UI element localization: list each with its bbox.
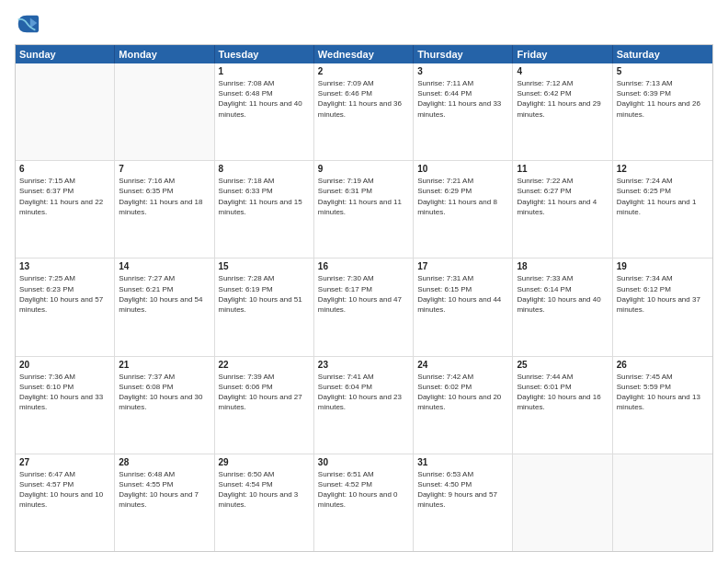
- day-cell-5: 5Sunrise: 7:13 AM Sunset: 6:39 PM Daylig…: [613, 63, 712, 160]
- day-cell-7: 7Sunrise: 7:16 AM Sunset: 6:35 PM Daylig…: [115, 161, 214, 258]
- day-number: 11: [517, 164, 608, 174]
- day-info: Sunrise: 7:30 AM Sunset: 6:17 PM Dayligh…: [318, 273, 409, 315]
- day-info: Sunrise: 7:41 AM Sunset: 6:04 PM Dayligh…: [318, 372, 409, 413]
- day-cell-empty: [513, 454, 612, 551]
- day-info: Sunrise: 7:24 AM Sunset: 6:25 PM Dayligh…: [617, 176, 709, 217]
- day-info: Sunrise: 7:11 AM Sunset: 6:44 PM Dayligh…: [417, 78, 508, 120]
- day-info: Sunrise: 7:36 AM Sunset: 6:10 PM Dayligh…: [19, 372, 110, 413]
- day-info: Sunrise: 7:33 AM Sunset: 6:14 PM Dayligh…: [517, 273, 608, 315]
- day-info: Sunrise: 6:50 AM Sunset: 4:54 PM Dayligh…: [219, 469, 310, 511]
- day-cell-empty: [613, 454, 712, 551]
- day-cell-6: 6Sunrise: 7:15 AM Sunset: 6:37 PM Daylig…: [16, 161, 115, 258]
- day-cell-11: 11Sunrise: 7:22 AM Sunset: 6:27 PM Dayli…: [513, 161, 612, 258]
- day-number: 2: [318, 66, 409, 76]
- day-info: Sunrise: 7:39 AM Sunset: 6:06 PM Dayligh…: [219, 372, 310, 413]
- day-number: 21: [119, 360, 210, 370]
- day-info: Sunrise: 7:21 AM Sunset: 6:29 PM Dayligh…: [417, 176, 508, 217]
- page-header: [15, 11, 713, 37]
- day-number: 29: [219, 457, 310, 467]
- day-cell-26: 26Sunrise: 7:45 AM Sunset: 5:59 PM Dayli…: [613, 357, 712, 454]
- day-headers: SundayMondayTuesdayWednesdayThursdayFrid…: [16, 45, 712, 63]
- day-info: Sunrise: 7:44 AM Sunset: 6:01 PM Dayligh…: [517, 372, 608, 413]
- week-row-3: 13Sunrise: 7:25 AM Sunset: 6:23 PM Dayli…: [16, 259, 712, 356]
- week-row-1: 1Sunrise: 7:08 AM Sunset: 6:48 PM Daylig…: [16, 63, 712, 161]
- day-header-saturday: Saturday: [613, 45, 712, 63]
- day-info: Sunrise: 7:34 AM Sunset: 6:12 PM Dayligh…: [617, 273, 709, 315]
- day-info: Sunrise: 7:42 AM Sunset: 6:02 PM Dayligh…: [417, 372, 508, 413]
- day-number: 27: [19, 457, 110, 467]
- logo-icon: [15, 11, 40, 37]
- day-number: 26: [617, 360, 709, 370]
- day-info: Sunrise: 6:51 AM Sunset: 4:52 PM Dayligh…: [318, 469, 409, 511]
- day-cell-12: 12Sunrise: 7:24 AM Sunset: 6:25 PM Dayli…: [613, 161, 712, 258]
- day-cell-23: 23Sunrise: 7:41 AM Sunset: 6:04 PM Dayli…: [314, 357, 414, 454]
- day-number: 23: [318, 360, 409, 370]
- day-cell-30: 30Sunrise: 6:51 AM Sunset: 4:52 PM Dayli…: [314, 454, 414, 551]
- day-cell-10: 10Sunrise: 7:21 AM Sunset: 6:29 PM Dayli…: [414, 161, 513, 258]
- day-cell-1: 1Sunrise: 7:08 AM Sunset: 6:48 PM Daylig…: [215, 63, 314, 160]
- day-number: 28: [119, 457, 210, 467]
- day-cell-empty: [16, 63, 115, 160]
- day-cell-2: 2Sunrise: 7:09 AM Sunset: 6:46 PM Daylig…: [314, 63, 414, 160]
- day-cell-27: 27Sunrise: 6:47 AM Sunset: 4:57 PM Dayli…: [16, 454, 115, 551]
- day-cell-18: 18Sunrise: 7:33 AM Sunset: 6:14 PM Dayli…: [513, 259, 612, 355]
- day-info: Sunrise: 7:15 AM Sunset: 6:37 PM Dayligh…: [19, 176, 110, 217]
- day-number: 4: [517, 66, 608, 76]
- day-info: Sunrise: 7:13 AM Sunset: 6:39 PM Dayligh…: [617, 78, 709, 120]
- day-cell-4: 4Sunrise: 7:12 AM Sunset: 6:42 PM Daylig…: [513, 63, 612, 160]
- day-info: Sunrise: 7:37 AM Sunset: 6:08 PM Dayligh…: [119, 372, 210, 413]
- day-info: Sunrise: 7:25 AM Sunset: 6:23 PM Dayligh…: [19, 273, 110, 315]
- day-info: Sunrise: 7:18 AM Sunset: 6:33 PM Dayligh…: [219, 176, 310, 217]
- week-row-5: 27Sunrise: 6:47 AM Sunset: 4:57 PM Dayli…: [16, 454, 712, 551]
- day-header-monday: Monday: [115, 45, 214, 63]
- day-info: Sunrise: 7:31 AM Sunset: 6:15 PM Dayligh…: [417, 273, 508, 315]
- day-info: Sunrise: 7:09 AM Sunset: 6:46 PM Dayligh…: [318, 78, 409, 120]
- day-number: 5: [617, 66, 709, 76]
- day-info: Sunrise: 7:19 AM Sunset: 6:31 PM Dayligh…: [318, 176, 409, 217]
- day-number: 10: [417, 164, 508, 174]
- day-cell-21: 21Sunrise: 7:37 AM Sunset: 6:08 PM Dayli…: [115, 357, 214, 454]
- day-info: Sunrise: 7:22 AM Sunset: 6:27 PM Dayligh…: [517, 176, 608, 217]
- day-number: 3: [417, 66, 508, 76]
- day-cell-14: 14Sunrise: 7:27 AM Sunset: 6:21 PM Dayli…: [115, 259, 214, 355]
- day-info: Sunrise: 6:53 AM Sunset: 4:50 PM Dayligh…: [417, 469, 508, 511]
- day-info: Sunrise: 7:27 AM Sunset: 6:21 PM Dayligh…: [119, 273, 210, 315]
- day-info: Sunrise: 7:28 AM Sunset: 6:19 PM Dayligh…: [219, 273, 310, 315]
- day-cell-25: 25Sunrise: 7:44 AM Sunset: 6:01 PM Dayli…: [513, 357, 612, 454]
- day-cell-28: 28Sunrise: 6:48 AM Sunset: 4:55 PM Dayli…: [115, 454, 214, 551]
- day-info: Sunrise: 7:08 AM Sunset: 6:48 PM Dayligh…: [219, 78, 310, 120]
- day-number: 13: [19, 261, 110, 271]
- day-number: 14: [119, 261, 210, 271]
- day-cell-17: 17Sunrise: 7:31 AM Sunset: 6:15 PM Dayli…: [414, 259, 513, 355]
- day-number: 15: [219, 261, 310, 271]
- week-row-4: 20Sunrise: 7:36 AM Sunset: 6:10 PM Dayli…: [16, 357, 712, 454]
- day-cell-15: 15Sunrise: 7:28 AM Sunset: 6:19 PM Dayli…: [215, 259, 314, 355]
- day-cell-20: 20Sunrise: 7:36 AM Sunset: 6:10 PM Dayli…: [16, 357, 115, 454]
- day-info: Sunrise: 6:47 AM Sunset: 4:57 PM Dayligh…: [19, 469, 110, 511]
- day-cell-19: 19Sunrise: 7:34 AM Sunset: 6:12 PM Dayli…: [613, 259, 712, 355]
- day-number: 24: [417, 360, 508, 370]
- day-header-sunday: Sunday: [16, 45, 115, 63]
- day-cell-31: 31Sunrise: 6:53 AM Sunset: 4:50 PM Dayli…: [414, 454, 513, 551]
- day-number: 1: [219, 66, 310, 76]
- week-row-2: 6Sunrise: 7:15 AM Sunset: 6:37 PM Daylig…: [16, 161, 712, 259]
- day-cell-3: 3Sunrise: 7:11 AM Sunset: 6:44 PM Daylig…: [414, 63, 513, 160]
- day-header-friday: Friday: [513, 45, 612, 63]
- day-number: 22: [219, 360, 310, 370]
- day-number: 17: [417, 261, 508, 271]
- day-info: Sunrise: 7:12 AM Sunset: 6:42 PM Dayligh…: [517, 78, 608, 120]
- weeks-container: 1Sunrise: 7:08 AM Sunset: 6:48 PM Daylig…: [16, 63, 712, 551]
- day-number: 8: [219, 164, 310, 174]
- day-number: 18: [517, 261, 608, 271]
- day-number: 7: [119, 164, 210, 174]
- day-info: Sunrise: 6:48 AM Sunset: 4:55 PM Dayligh…: [119, 469, 210, 511]
- day-info: Sunrise: 7:45 AM Sunset: 5:59 PM Dayligh…: [617, 372, 709, 413]
- day-cell-29: 29Sunrise: 6:50 AM Sunset: 4:54 PM Dayli…: [215, 454, 314, 551]
- day-number: 12: [617, 164, 709, 174]
- day-cell-empty: [115, 63, 214, 160]
- calendar: SundayMondayTuesdayWednesdayThursdayFrid…: [15, 44, 713, 552]
- day-info: Sunrise: 7:16 AM Sunset: 6:35 PM Dayligh…: [119, 176, 210, 217]
- day-number: 9: [318, 164, 409, 174]
- logo: [15, 11, 44, 37]
- day-cell-22: 22Sunrise: 7:39 AM Sunset: 6:06 PM Dayli…: [215, 357, 314, 454]
